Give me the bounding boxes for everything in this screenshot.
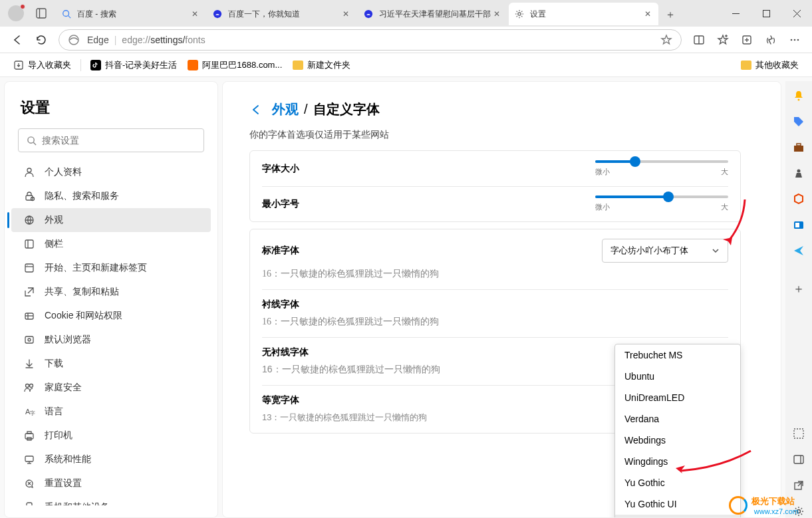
tab-1[interactable]: 百度一下，你就知道 ✕: [207, 3, 356, 25]
performance-icon[interactable]: [759, 28, 783, 52]
svg-rect-59: [795, 223, 799, 227]
bell-icon[interactable]: [791, 89, 806, 103]
nav-icon: [23, 262, 35, 274]
setting-label: 标准字体: [262, 245, 299, 257]
bookmark-item[interactable]: 抖音-记录美好生活: [85, 57, 182, 74]
sidebar-item[interactable]: 系统和性能: [11, 448, 211, 471]
svg-line-3: [68, 16, 71, 19]
add-icon[interactable]: ＋: [791, 281, 806, 296]
sidebar-item[interactable]: 外观: [11, 208, 211, 232]
tag-icon[interactable]: [791, 115, 806, 129]
baidu-icon: [363, 9, 374, 19]
nav-icon: [23, 334, 35, 346]
dropdown-option[interactable]: Verdana: [615, 408, 740, 430]
settings-search[interactable]: [18, 128, 204, 152]
nav-label: 下载: [45, 358, 63, 370]
import-icon: [13, 60, 24, 70]
star-icon[interactable]: [660, 33, 673, 47]
svg-rect-61: [794, 455, 803, 463]
close-icon[interactable]: ✕: [340, 9, 351, 19]
tab-3[interactable]: 设置 ✕: [509, 3, 658, 25]
briefcase-icon[interactable]: [791, 141, 806, 155]
sidebar-item[interactable]: 下载: [11, 352, 211, 376]
breadcrumb-back-icon[interactable]: [249, 103, 263, 116]
panel-icon[interactable]: [791, 453, 806, 467]
maximize-button[interactable]: [751, 0, 781, 27]
nav-label: 外观: [45, 214, 63, 226]
menu-button[interactable]: [783, 28, 807, 52]
games-icon[interactable]: [791, 166, 806, 180]
other-bookmarks-button[interactable]: 其他收藏夹: [736, 57, 804, 74]
bookmarks-bar: 导入收藏夹 抖音-记录美好生活 阿里巴巴1688.com... 新建文件夹 其他…: [0, 53, 812, 77]
tab-0[interactable]: 百度 - 搜索 ✕: [56, 3, 205, 25]
breadcrumb-parent[interactable]: 外观: [272, 100, 299, 118]
profile-avatar[interactable]: [8, 5, 24, 21]
bookmark-item[interactable]: 阿里巴巴1688.com...: [182, 57, 287, 74]
sidebar-item[interactable]: 手机和其他设备: [11, 495, 211, 505]
svg-rect-7: [732, 13, 740, 14]
office-icon[interactable]: [791, 192, 806, 206]
bookmark-folder[interactable]: 新建文件夹: [287, 57, 356, 74]
watermark: 极光下载站 www.xz7.com: [729, 495, 799, 515]
dropdown-option[interactable]: UniDreamLED: [615, 387, 740, 408]
sidebar-item[interactable]: 默认浏览器: [11, 328, 211, 352]
nav-icon: [23, 477, 35, 489]
svg-point-2: [63, 11, 69, 17]
sidebar-item[interactable]: 共享、复制和粘贴: [11, 280, 211, 304]
bookmark-label: 导入收藏夹: [28, 59, 71, 71]
font-size-slider[interactable]: 微小大: [595, 160, 728, 177]
title-bar: 百度 - 搜索 ✕ 百度一下，你就知道 ✕ 习近平在天津看望慰问基层干部 ✕ 设…: [0, 0, 812, 27]
settings-main: 外观 / 自定义字体 你的字体首选项仅适用于某些网站 字体大小 微小大 最小字号: [222, 81, 781, 518]
content-area: 设置 个人资料隐私、搜索和服务外观侧栏开始、主页和新建标签页共享、复制和粘贴Co…: [0, 77, 812, 518]
brand-name: 极光下载站: [751, 495, 799, 507]
collections-icon[interactable]: [735, 28, 759, 52]
dropdown-option[interactable]: 字心坊小吖小布丁体: [615, 515, 740, 518]
dropdown-option[interactable]: Yu Gothic UI: [615, 493, 740, 515]
search-icon: [61, 9, 72, 19]
close-icon[interactable]: ✕: [491, 9, 502, 19]
address-bar[interactable]: Edge | edge://settings/fonts: [59, 29, 682, 51]
close-icon[interactable]: ✕: [190, 9, 200, 19]
dropdown-option[interactable]: Webdings: [615, 430, 740, 451]
refresh-button[interactable]: [29, 28, 53, 52]
split-screen-icon[interactable]: [687, 28, 711, 52]
nav-label: 重置设置: [45, 477, 82, 489]
nav-label: 开始、主页和新建标签页: [45, 262, 147, 274]
nav-icon: [23, 453, 35, 465]
tab-label: 百度一下，你就知道: [228, 9, 300, 20]
bookmark-label: 新建文件夹: [307, 59, 350, 71]
close-button[interactable]: [781, 0, 812, 27]
close-icon[interactable]: ✕: [642, 9, 653, 19]
svg-point-38: [28, 338, 31, 341]
minimize-button[interactable]: [720, 0, 751, 27]
sidebar-item[interactable]: 隐私、搜索和服务: [11, 184, 211, 208]
standard-font-select[interactable]: 字心坊小吖小布丁体: [602, 239, 728, 263]
new-tab-button[interactable]: ＋: [660, 4, 681, 25]
dropdown-option[interactable]: Trebuchet MS: [615, 344, 740, 366]
sidebar-item[interactable]: Cookie 和网站权限: [11, 304, 211, 328]
outlook-icon[interactable]: [791, 218, 806, 232]
sidebar-item[interactable]: 个人资料: [11, 160, 211, 184]
sidebar-item[interactable]: 侧栏: [11, 232, 211, 256]
tab-2[interactable]: 习近平在天津看望慰问基层干部 ✕: [358, 3, 507, 25]
dropdown-option[interactable]: Wingdings: [615, 451, 740, 472]
external-icon[interactable]: [791, 478, 806, 492]
sidebar-item[interactable]: A字语言: [11, 400, 211, 424]
workspaces-icon[interactable]: [32, 4, 51, 23]
min-font-size-slider[interactable]: 微小大: [595, 195, 728, 212]
favorites-icon[interactable]: [711, 28, 735, 52]
selection-icon[interactable]: [791, 427, 806, 441]
sidebar-item[interactable]: 家庭安全: [11, 376, 211, 400]
import-bookmarks-button[interactable]: 导入收藏夹: [8, 57, 76, 74]
search-input[interactable]: [42, 135, 196, 146]
nav-icon: [23, 286, 35, 298]
sidebar-item[interactable]: 打印机: [11, 424, 211, 448]
back-button[interactable]: [5, 28, 29, 52]
svg-point-25: [27, 168, 31, 172]
sidebar-item[interactable]: 开始、主页和新建标签页: [11, 256, 211, 280]
sidebar-item[interactable]: 重置设置: [11, 471, 211, 495]
dropdown-option[interactable]: Yu Gothic: [615, 472, 740, 493]
dropdown-option[interactable]: Ubuntu: [615, 366, 740, 387]
right-sidebar: ＋: [785, 81, 812, 518]
send-icon[interactable]: [791, 244, 806, 258]
